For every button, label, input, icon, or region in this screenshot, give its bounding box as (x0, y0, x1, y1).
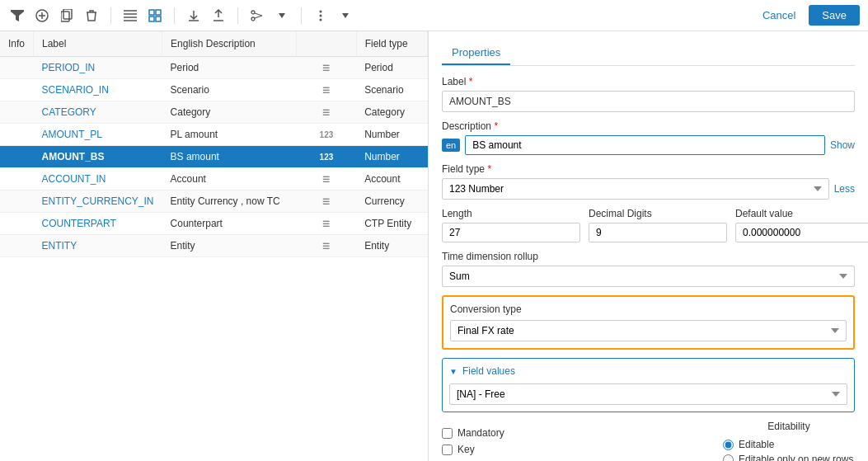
length-input[interactable] (442, 223, 580, 242)
table-row[interactable]: CATEGORY Category ☰ Category (0, 101, 428, 124)
conversion-type-select[interactable]: Final FX rate (450, 320, 847, 341)
row-info (0, 168, 34, 191)
key-label: Key (457, 444, 475, 455)
col-label: Label (34, 31, 162, 57)
svg-rect-6 (156, 16, 161, 21)
table-row[interactable]: AMOUNT_PL PL amount 123 Number (0, 124, 428, 146)
decimal-digits-input[interactable] (589, 223, 727, 242)
editable-new-radio[interactable] (723, 454, 734, 462)
grid-icon[interactable] (146, 7, 164, 25)
svg-point-9 (320, 10, 322, 12)
svg-rect-2 (61, 12, 69, 21)
row-label: SCENARIO_IN (34, 79, 162, 101)
time-dimension-select[interactable]: Sum (442, 266, 855, 287)
copy-icon[interactable] (58, 7, 76, 25)
table-row[interactable]: ENTITY Entity ☰ Entity (0, 235, 428, 257)
row-label: ENTITY (34, 235, 162, 257)
row-info (0, 57, 34, 79)
row-info (0, 79, 34, 101)
decimal-digits-group: Decimal Digits (589, 208, 727, 242)
row-description: Counterpart (162, 213, 297, 235)
less-link[interactable]: Less (834, 183, 855, 195)
label-group: Label * (442, 76, 855, 112)
description-input[interactable] (465, 135, 825, 155)
table-row[interactable]: COUNTERPART Counterpart ☰ CTP Entity (0, 213, 428, 235)
col-ft-icon (297, 31, 356, 57)
filter-icon[interactable] (8, 7, 26, 25)
row-field-type: Account (356, 168, 427, 191)
download-icon[interactable] (185, 7, 203, 25)
row-field-type: Number (356, 124, 427, 146)
more-icon[interactable] (312, 7, 330, 25)
show-link[interactable]: Show (830, 139, 855, 151)
row-description: Category (162, 101, 297, 124)
editable-label: Editable (739, 439, 774, 450)
tab-properties[interactable]: Properties (442, 41, 510, 65)
row-ft-icon: 123 (297, 146, 356, 168)
mandatory-checkbox[interactable] (442, 428, 453, 439)
conversion-type-label: Conversion type (450, 303, 847, 315)
time-dimension-group: Time dimension rollup Sum (442, 251, 855, 287)
row-ft-icon: 123 (297, 124, 356, 146)
row-description: Scenario (162, 79, 297, 101)
table-row[interactable]: AMOUNT_BS BS amount 123 Number (0, 146, 428, 168)
field-type-select[interactable]: 123 Number (442, 178, 829, 200)
add-icon[interactable] (33, 7, 51, 25)
row-label: AMOUNT_BS (34, 146, 162, 168)
svg-point-11 (320, 18, 322, 21)
row-info (0, 124, 34, 146)
right-panel: Properties Label * Description * en Show… (429, 31, 868, 461)
table-row[interactable]: ACCOUNT_IN Account ☰ Account (0, 168, 428, 191)
field-values-label: Field values (462, 365, 515, 377)
left-panel: Info Label English Description Field typ… (0, 31, 429, 461)
default-value-input[interactable] (735, 223, 868, 242)
conversion-type-box: Conversion type Final FX rate (442, 295, 855, 350)
row-label: PERIOD_IN (34, 57, 162, 79)
save-button[interactable]: Save (809, 5, 860, 26)
svg-point-8 (251, 17, 255, 21)
field-values-header: ▼ Field values (449, 365, 847, 377)
key-checkbox[interactable] (442, 445, 453, 455)
row-field-type: Period (356, 57, 427, 79)
list-icon[interactable] (121, 7, 139, 25)
row-ft-icon: ☰ (297, 235, 356, 257)
properties-tabs: Properties (442, 41, 855, 66)
length-label: Length (442, 208, 580, 219)
time-dimension-label: Time dimension rollup (442, 251, 855, 262)
description-field-label: Description * (442, 120, 855, 132)
row-field-type: Number (356, 146, 427, 168)
fields-table: Info Label English Description Field typ… (0, 31, 428, 257)
label-input[interactable] (442, 91, 855, 112)
delete-icon[interactable] (82, 7, 101, 25)
field-values-select[interactable]: [NA] - Free (449, 383, 847, 405)
field-values-section: ▼ Field values [NA] - Free (442, 358, 855, 412)
editable-radio[interactable] (723, 440, 734, 450)
row-info (0, 213, 34, 235)
row-field-type: Currency (356, 191, 427, 213)
table-row[interactable]: ENTITY_CURRENCY_IN Entity Currency , now… (0, 191, 428, 213)
editable-new-label: Editable only on new rows (739, 454, 853, 461)
row-label: AMOUNT_PL (34, 124, 162, 146)
row-info (0, 191, 34, 213)
checkboxes-section: Mandatory Key (442, 427, 504, 455)
editable-radio-row: Editable (723, 439, 855, 450)
scissors-dropdown-icon[interactable] (273, 7, 291, 25)
row-description: PL amount (162, 124, 297, 146)
upload-icon[interactable] (209, 7, 228, 25)
divider-3 (237, 7, 238, 24)
editable-new-radio-row: Editable only on new rows (723, 454, 855, 461)
scissors-icon[interactable] (248, 7, 266, 25)
row-description: Account (162, 168, 297, 191)
table-row[interactable]: SCENARIO_IN Scenario ☰ Scenario (0, 79, 428, 101)
row-description: BS amount (162, 146, 297, 168)
row-label: ACCOUNT_IN (34, 168, 162, 191)
lang-badge: en (442, 139, 460, 152)
row-ft-icon: ☰ (297, 213, 356, 235)
more-dropdown-icon[interactable] (336, 7, 354, 25)
cancel-button[interactable]: Cancel (756, 6, 802, 25)
divider-4 (301, 7, 302, 24)
row-field-type: Scenario (356, 79, 427, 101)
number-fields-row: Length Decimal Digits Default value (442, 208, 855, 242)
table-row[interactable]: PERIOD_IN Period ☰ Period (0, 57, 428, 79)
divider-2 (174, 7, 175, 24)
